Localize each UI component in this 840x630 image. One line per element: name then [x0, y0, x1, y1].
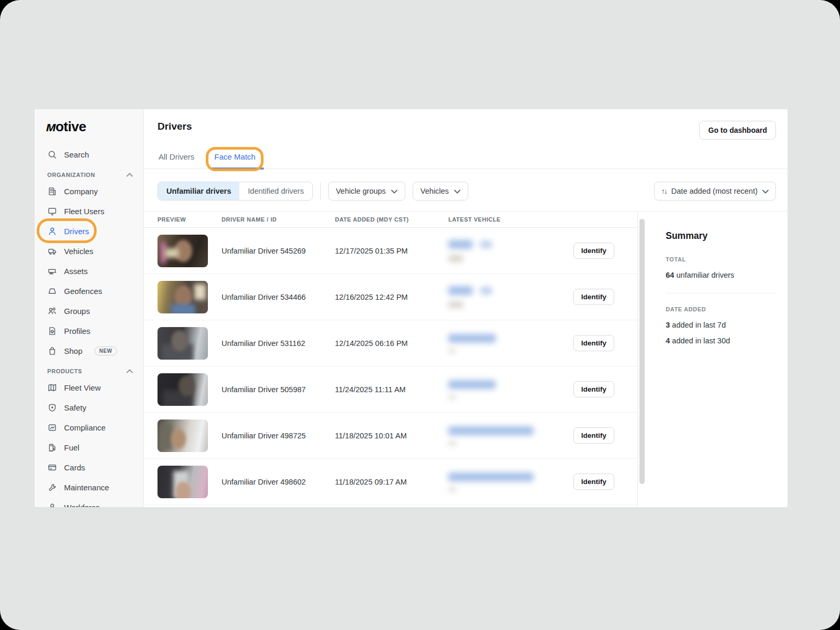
group-icon	[47, 306, 57, 316]
bag-icon	[47, 346, 57, 356]
driver-preview-image[interactable]	[158, 235, 208, 267]
tab-bar: All DriversFace Match	[144, 147, 788, 169]
summary-divider	[666, 293, 775, 293]
shield-icon	[47, 403, 57, 413]
identify-button[interactable]: Identify	[573, 289, 614, 305]
table-scrollbar[interactable]	[638, 212, 647, 507]
segment-unfamiliar-drivers[interactable]: Unfamiliar drivers	[158, 182, 239, 200]
sidebar-item-compliance[interactable]: Compliance	[35, 417, 143, 437]
person-icon	[47, 226, 57, 236]
sidebar-item-label: Geofences	[64, 287, 102, 296]
sidebar-item-workforce[interactable]: Workforce	[35, 497, 143, 507]
sidebar-item-fleet-users[interactable]: Fleet Users	[35, 201, 143, 221]
go-to-dashboard-button[interactable]: Go to dashboard	[699, 121, 776, 140]
redacted-vehicle-subtext	[448, 395, 456, 399]
table-row: Unfamiliar Driver 54526912/17/2025 01:35…	[144, 228, 637, 274]
redacted-vehicle-subtext	[448, 442, 457, 445]
sidebar-item-drivers[interactable]: Drivers	[35, 221, 143, 241]
sort-dropdown[interactable]: ↑↓ Date added (most recent)	[654, 182, 776, 201]
search-icon	[47, 150, 57, 160]
profile-icon	[47, 326, 57, 336]
redacted-vehicle-subtext	[448, 349, 456, 353]
redacted-vehicle-link	[448, 240, 472, 249]
driver-preview-image[interactable]	[158, 373, 208, 406]
sidebar-item-label: Workforce	[64, 503, 100, 508]
driver-name: Unfamiliar Driver 505987	[222, 385, 335, 394]
blurred-face	[174, 285, 192, 308]
redacted-vehicle-link	[448, 380, 496, 389]
column-header-driver-name-id: DRIVER NAME / ID	[222, 216, 335, 223]
redacted-vehicle-link	[448, 334, 496, 343]
sidebar-item-shop[interactable]: ShopNEW	[35, 341, 143, 361]
sidebar-item-cards[interactable]: Cards	[35, 457, 143, 477]
sidebar-item-label: Safety	[64, 403, 87, 412]
redacted-vehicle-link	[480, 287, 492, 295]
driver-name: Unfamiliar Driver 534466	[222, 293, 335, 301]
sidebar-item-geofences[interactable]: Geofences	[35, 281, 143, 301]
sidebar-item-label: Vehicles	[64, 247, 93, 256]
sidebar-item-company[interactable]: Company	[35, 181, 143, 201]
driver-preview-image[interactable]	[158, 281, 208, 313]
redacted-vehicle-link	[448, 286, 472, 295]
summary-title: Summary	[666, 230, 775, 242]
vehicles-dropdown[interactable]: Vehicles	[413, 182, 468, 201]
table-header-row: PREVIEWDRIVER NAME / IDDATE ADDED (MDY C…	[144, 212, 637, 228]
blurred-face	[171, 429, 186, 449]
section-label-text: ORGANIZATION	[47, 172, 95, 178]
sidebar-item-label: Company	[64, 187, 98, 196]
blurred-face	[174, 240, 192, 262]
identify-button[interactable]: Identify	[573, 243, 614, 259]
fuel-icon	[47, 443, 57, 453]
sidebar-item-profiles[interactable]: Profiles	[35, 321, 143, 341]
date-added: 12/17/2025 01:35 PM	[335, 247, 448, 255]
chevron-up-icon	[127, 172, 133, 178]
redacted-vehicle-link	[480, 240, 492, 248]
tab-face-match[interactable]: Face Match	[213, 147, 256, 169]
table-row: Unfamiliar Driver 53116212/14/2025 06:16…	[144, 320, 637, 366]
vehicles-label: Vehicles	[421, 187, 449, 195]
driver-preview-image[interactable]	[158, 327, 208, 360]
summary-total-value: 64 unfamiliar drivers	[666, 271, 775, 279]
stat-number: 4	[666, 337, 670, 345]
date-added: 11/18/2025 09:17 AM	[335, 478, 448, 486]
sidebar-item-assets[interactable]: Assets	[35, 261, 143, 281]
identify-button[interactable]: Identify	[573, 381, 614, 397]
date-added: 12/14/2025 06:16 PM	[335, 339, 448, 348]
frame-icon	[47, 423, 57, 433]
identify-button[interactable]: Identify	[573, 474, 614, 490]
stat-text: added in last 30d	[670, 337, 730, 345]
person-icon	[47, 502, 57, 508]
segment-identified-drivers[interactable]: Identified drivers	[239, 182, 312, 200]
date-added: 12/16/2025 12:42 PM	[335, 293, 448, 301]
sidebar-item-maintenance[interactable]: Maintenance	[35, 477, 143, 497]
driver-preview-image[interactable]	[158, 466, 208, 498]
sidebar-item-groups[interactable]: Groups	[35, 301, 143, 321]
screenshot-canvas: мotive SearchORGANIZATIONCompanyFleet Us…	[0, 0, 840, 630]
sidebar-section-organization[interactable]: ORGANIZATION	[35, 164, 143, 181]
sidebar-item-vehicles[interactable]: Vehicles	[35, 241, 143, 261]
driver-preview-image[interactable]	[158, 419, 208, 452]
blurred-face	[178, 375, 195, 396]
sidebar-item-fuel[interactable]: Fuel	[35, 437, 143, 457]
sidebar-item-search[interactable]: Search	[35, 144, 143, 164]
vehicle-groups-dropdown[interactable]: Vehicle groups	[328, 182, 405, 201]
sidebar-item-label: Compliance	[64, 423, 106, 432]
identify-button[interactable]: Identify	[573, 335, 614, 351]
sidebar-item-fleet-view[interactable]: Fleet View	[35, 377, 143, 397]
sidebar-item-safety[interactable]: Safety	[35, 397, 143, 417]
blurred-face	[171, 330, 188, 351]
monitor-icon	[47, 206, 57, 216]
chevron-up-icon	[127, 368, 133, 374]
redacted-vehicle-link	[448, 472, 533, 481]
sidebar-section-products[interactable]: PRODUCTS	[35, 361, 143, 377]
driver-name: Unfamiliar Driver 498725	[222, 432, 335, 440]
identify-button[interactable]: Identify	[573, 427, 614, 444]
sidebar-item-label: Drivers	[64, 227, 89, 236]
tab-all-drivers[interactable]: All Drivers	[158, 147, 195, 169]
scrollbar-thumb[interactable]	[639, 219, 645, 484]
new-badge: NEW	[94, 346, 117, 355]
date-added: 11/18/2025 10:01 AM	[335, 432, 448, 440]
sidebar-item-label: Maintenance	[64, 483, 109, 492]
driver-name: Unfamiliar Driver 498602	[222, 478, 335, 486]
redacted-vehicle-link	[448, 426, 533, 435]
